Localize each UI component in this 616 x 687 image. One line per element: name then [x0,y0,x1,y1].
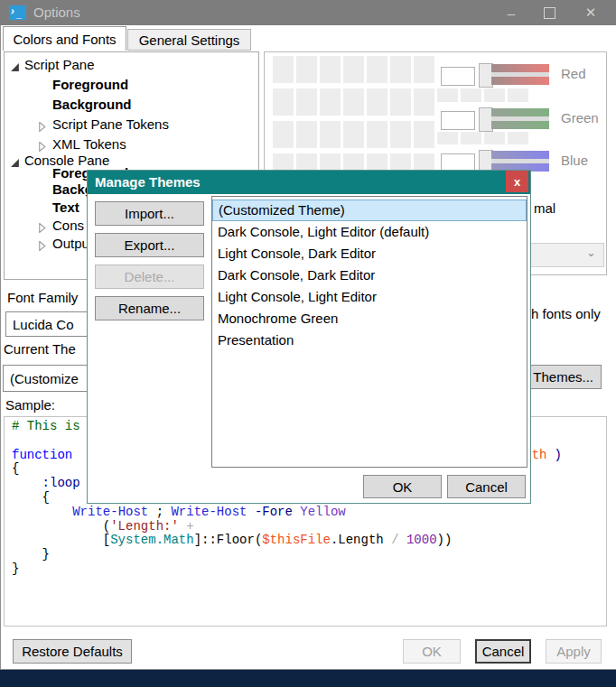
fixed-width-fonts-label-fragment: h fonts only [531,306,601,321]
color-swatch[interactable] [296,88,317,116]
green-value-input[interactable] [441,111,475,130]
normal-text-fragment: mal [534,200,555,216]
code-token: :loop [42,476,80,490]
dialog-cancel-button[interactable]: Cancel [447,475,526,498]
code-token [12,476,42,490]
code-token [247,505,254,519]
tree-item-label: Cons [52,218,84,233]
theme-item-light-console-dark-editor[interactable]: Light Console, Dark Editor [212,243,527,265]
theme-item-light-console-light-editor[interactable]: Light Console, Light Editor [212,286,527,308]
export-button[interactable]: Export... [95,233,204,257]
tree-item-script-pane-tokens[interactable]: Script Pane Tokens [5,116,258,132]
color-swatch[interactable] [390,121,411,148]
color-swatch[interactable] [367,88,387,116]
import-button[interactable]: Import... [95,201,204,226]
close-button[interactable]: ✕ [576,0,605,25]
color-swatch[interactable] [320,88,341,116]
color-swatch[interactable] [320,121,341,148]
ok-label: OK [422,644,442,659]
dialog-close-icon: x [514,175,520,189]
blue-slider-track[interactable] [491,151,549,172]
cancel-button[interactable]: Cancel [475,639,531,664]
tab-colors-and-fonts[interactable]: Colors and Fonts [3,26,126,51]
theme-item-monochrome-green[interactable]: Monochrome Green [212,308,527,330]
code-token: ) [554,448,561,462]
powershell-icon: › _ [9,5,26,20]
maximize-button[interactable] [535,0,564,25]
powershell-icon-underscore: _ [16,8,22,19]
dialog-close-button[interactable]: x [506,171,528,192]
color-swatch[interactable] [390,88,411,116]
tree-item-background[interactable]: Background [5,97,258,112]
theme-item-dark-console-dark-editor[interactable]: Dark Console, Dark Editor [212,265,527,286]
blue-slider-label: Blue [561,153,588,168]
collapsed-triangle-icon[interactable] [37,119,47,135]
theme-item-dark-console-light-editor-default[interactable]: Dark Console, Light Editor (default) [212,221,527,243]
code-token: # This is [12,419,80,433]
color-swatch[interactable] [296,56,317,83]
color-swatch[interactable] [273,56,294,83]
code-token: .Length [331,533,391,547]
code-token: { [12,461,19,476]
tree-item-label: Text [52,200,79,215]
theme-item-presentation[interactable]: Presentation [212,330,527,351]
powershell-icon-gt: › [10,5,15,17]
color-swatch[interactable] [343,88,364,116]
tab-label: Colors and Fonts [13,32,116,47]
code-token: 1000 [406,533,437,547]
tab-general-settings[interactable]: General Settings [127,29,251,51]
code-token: ; [148,505,171,519]
code-token: { [12,490,50,505]
color-swatch[interactable] [390,56,411,83]
tree-item-script-pane[interactable]: Script Pane [5,57,258,72]
ok-button: OK [403,639,461,664]
color-swatch[interactable] [273,121,294,148]
color-swatch[interactable] [320,56,341,83]
green-slider-track[interactable] [491,108,549,129]
collapsed-triangle-icon [37,241,47,251]
tab-label: General Settings [139,32,240,48]
font-family-value: Lucida Co [13,317,74,332]
code-token: + [186,519,193,534]
color-swatch[interactable] [414,121,434,148]
code-line: Write-Host ; Write-Host -Fore Yellow [12,506,562,520]
font-family-label: Font Family [7,290,78,305]
window-title: Options [33,5,80,20]
manage-themes-dialog: Manage Themes x Import...Export...Delete… [87,170,531,504]
code-line: [System.Math]::Floor($thisFile.Length / … [12,534,562,548]
current-theme-label: Current The [4,341,76,357]
code-token: Yellow [300,505,345,519]
code-line: ('Length:' + [12,520,562,534]
tree-item-xml-tokens[interactable]: XML Tokens [5,136,258,152]
color-swatch[interactable] [296,121,317,148]
red-slider-label: Red [561,66,586,81]
code-token: Floor [217,533,255,547]
theme-item-customized-theme[interactable]: (Customized Theme) [212,200,527,221]
cancel-label: Cancel [482,644,525,659]
red-slider-track[interactable] [491,64,549,85]
code-token: } [12,562,19,576]
code-token: ]:: [194,533,217,547]
color-swatch[interactable] [414,56,434,83]
color-swatch[interactable] [414,88,434,116]
color-swatch[interactable] [343,56,364,83]
manage-themes-button-label: e Themes... [522,369,593,385]
code-token: } [12,547,50,562]
tree-item-label: Script Pane Tokens [52,116,169,132]
color-swatch[interactable] [273,88,294,116]
green-slider-label: Green [561,110,599,125]
red-value-input[interactable] [441,67,475,86]
apply-button: Apply [546,639,602,664]
expanded-triangle-icon[interactable] [10,60,20,75]
color-swatch[interactable] [367,121,387,148]
tree-item-foreground[interactable]: Foreground [5,77,258,92]
color-swatch[interactable] [343,121,364,148]
dialog-ok-button[interactable]: OK [363,475,442,498]
color-swatch[interactable] [367,56,387,83]
restore-defaults-button[interactable]: Restore Defaults [13,639,132,664]
collapsed-triangle-icon[interactable] [37,220,47,236]
slider-groove [491,72,549,77]
rename-button[interactable]: Rename... [95,296,204,320]
collapsed-triangle-icon[interactable] [37,238,47,254]
minimize-button[interactable]: – [497,0,526,25]
